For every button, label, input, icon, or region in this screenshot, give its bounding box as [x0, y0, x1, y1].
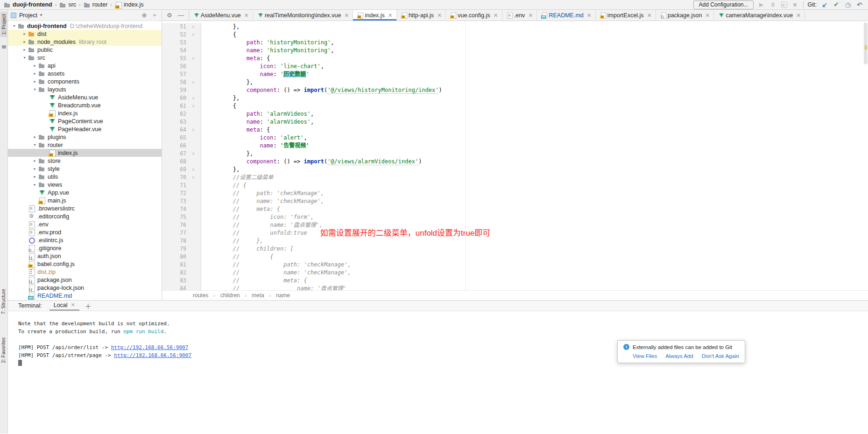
close-icon[interactable]: ✕ — [705, 13, 710, 18]
coverage-icon[interactable] — [781, 2, 787, 8]
close-icon[interactable]: ✕ — [494, 13, 498, 18]
editor-scrollbar[interactable] — [864, 22, 868, 64]
locate-file-icon[interactable]: ⊕ — [140, 12, 148, 19]
editor-tab[interactable]: README.md✕ — [537, 10, 595, 21]
tree-item[interactable]: ▸plugins — [8, 133, 162, 141]
editor-breadcrumb-item[interactable]: meta — [252, 292, 264, 299]
editor-tab[interactable]: importExcel.js✕ — [596, 10, 656, 21]
fold-marker-icon[interactable]: ∧ — [186, 166, 200, 174]
tree-collapse-chevron-icon[interactable]: ▸ — [31, 71, 38, 76]
close-icon[interactable]: ✕ — [528, 13, 533, 18]
fold-marker-icon[interactable]: ∨ — [186, 126, 200, 134]
tree-item[interactable]: dist.zip — [8, 268, 162, 276]
tree-item[interactable]: PageContent.vue — [8, 117, 162, 125]
fold-marker-icon[interactable]: ∨ — [186, 102, 200, 110]
editor-tab[interactable]: cameraManage\index.vue✕ — [714, 10, 805, 21]
editor-tab[interactable]: vue.config.js✕ — [446, 10, 502, 21]
add-configuration-button[interactable]: Add Configuration... — [693, 0, 753, 9]
tool-window-button-favorites[interactable]: 2: Favorites — [0, 337, 6, 363]
collapse-all-icon[interactable]: ÷ — [150, 12, 159, 19]
tree-item[interactable]: main.js — [8, 196, 162, 204]
fold-marker-icon[interactable]: ∧ — [186, 94, 200, 102]
tree-item[interactable]: ▸dist — [8, 30, 162, 38]
tree-item[interactable]: ▸utils — [8, 173, 162, 181]
terminal-link[interactable]: http://192.168.66.56:9007 — [114, 352, 191, 358]
code-editor[interactable]: 51∧ },52∨ {53 path: 'historyMonitoring',… — [162, 21, 868, 290]
editor-breadcrumb-item[interactable]: children — [220, 292, 240, 299]
close-icon[interactable]: ✕ — [388, 13, 393, 18]
tree-item[interactable]: .env — [8, 220, 162, 228]
notification-action-link[interactable]: Don't Ask Again — [702, 353, 739, 359]
tree-item[interactable]: babel.config.js — [8, 260, 162, 268]
fold-marker-icon[interactable]: ∧ — [186, 150, 200, 158]
tree-collapse-chevron-icon[interactable]: ▸ — [31, 63, 38, 68]
debug-icon[interactable] — [769, 1, 777, 8]
stop-icon[interactable] — [791, 1, 799, 8]
editor-breadcrumb-item[interactable]: name — [276, 292, 290, 299]
editor-tab[interactable]: .env✕ — [502, 10, 537, 21]
tree-item[interactable]: auth.json — [8, 252, 162, 260]
fold-marker-icon[interactable]: ∨ — [186, 55, 200, 63]
tree-item[interactable]: ▸store — [8, 157, 162, 165]
tree-collapse-chevron-icon[interactable]: ▸ — [31, 175, 38, 179]
tree-item[interactable]: .editorconfig — [8, 212, 162, 220]
commit-icon[interactable] — [833, 1, 840, 8]
close-icon[interactable]: ✕ — [71, 302, 75, 308]
editor-tab[interactable]: package.json✕ — [656, 10, 714, 21]
editor-tab[interactable]: realTimeMonitoring\index.vue✕ — [253, 10, 353, 21]
tree-collapse-chevron-icon[interactable]: ▸ — [21, 32, 28, 36]
terminal-output[interactable]: Note that the development build is not o… — [8, 311, 868, 434]
tree-item[interactable]: ▸node_moduleslibrary root — [8, 38, 162, 46]
terminal-link[interactable]: http://192.168.66.56:9007 — [111, 344, 189, 350]
rollback-icon[interactable] — [856, 1, 863, 8]
tree-item[interactable]: ▾duoji-frontendD:\zheheWeb\duoji-fronten… — [8, 22, 162, 30]
tree-expand-chevron-icon[interactable]: ▾ — [11, 24, 18, 28]
breadcrumb-item[interactable]: src — [59, 1, 76, 8]
close-icon[interactable]: ✕ — [647, 13, 652, 18]
tree-expand-chevron-icon[interactable]: ▾ — [31, 87, 38, 91]
tree-collapse-chevron-icon[interactable]: ▸ — [31, 167, 38, 171]
close-icon[interactable]: ✕ — [344, 13, 349, 18]
tree-item[interactable]: README.md — [8, 292, 162, 300]
project-panel-title[interactable]: Project — [19, 12, 37, 19]
breadcrumb-item[interactable]: index.js — [115, 1, 143, 8]
close-icon[interactable]: ✕ — [796, 13, 801, 18]
editor-tab[interactable]: http-api.js✕ — [397, 10, 446, 21]
tree-item[interactable]: .env.prod — [8, 228, 162, 236]
breadcrumb-item[interactable]: router — [84, 1, 108, 8]
tree-item[interactable]: ▸components — [8, 77, 162, 85]
terminal-title[interactable]: Terminal: — [18, 302, 42, 309]
tree-collapse-chevron-icon[interactable]: ▸ — [21, 40, 28, 44]
tree-collapse-chevron-icon[interactable]: ▸ — [31, 79, 38, 84]
fold-marker-icon[interactable]: ∧ — [186, 78, 200, 86]
close-icon[interactable]: ✕ — [587, 13, 592, 18]
close-icon[interactable]: ✕ — [244, 13, 249, 18]
hide-panel-icon[interactable]: — — [178, 12, 184, 19]
fold-marker-icon[interactable]: ∧ — [186, 23, 200, 31]
close-icon[interactable]: ✕ — [437, 13, 442, 18]
gear-icon[interactable]: ⚙ — [167, 12, 172, 19]
tree-collapse-chevron-icon[interactable]: ▸ — [31, 182, 38, 187]
tree-item[interactable]: ▸style — [8, 165, 162, 173]
tool-window-button-structure[interactable]: 7: Structure — [0, 289, 6, 314]
tree-item[interactable]: package-lock.json — [8, 284, 162, 292]
tree-item[interactable]: ▸assets — [8, 70, 162, 77]
error-stripe-mark[interactable] — [865, 45, 867, 49]
tree-item[interactable]: index.js — [8, 109, 162, 117]
tree-item[interactable]: AsideMenu.vue — [8, 93, 162, 101]
tree-expand-chevron-icon[interactable]: ▾ — [31, 143, 38, 147]
chevron-down-icon[interactable]: ▼ — [39, 13, 43, 17]
fold-marker-icon[interactable]: ∨ — [186, 174, 200, 182]
notification-action-link[interactable]: Always Add — [665, 353, 693, 359]
tree-item[interactable]: ▸views — [8, 181, 162, 189]
tree-item[interactable]: index.js — [8, 149, 162, 157]
tree-item[interactable]: package.json — [8, 276, 162, 284]
tool-window-button-project[interactable]: 1: Project — [0, 12, 7, 37]
add-terminal-tab-button[interactable]: ＋ — [85, 301, 92, 310]
tree-expand-chevron-icon[interactable]: ▾ — [21, 56, 28, 60]
fold-marker-icon[interactable]: ∨ — [186, 31, 200, 39]
tree-collapse-chevron-icon[interactable]: ▸ — [31, 135, 38, 139]
tree-item[interactable]: Breadcrumb.vue — [8, 101, 162, 109]
tree-item[interactable]: App.vue — [8, 189, 162, 196]
tree-item[interactable]: ▸api — [8, 62, 162, 70]
